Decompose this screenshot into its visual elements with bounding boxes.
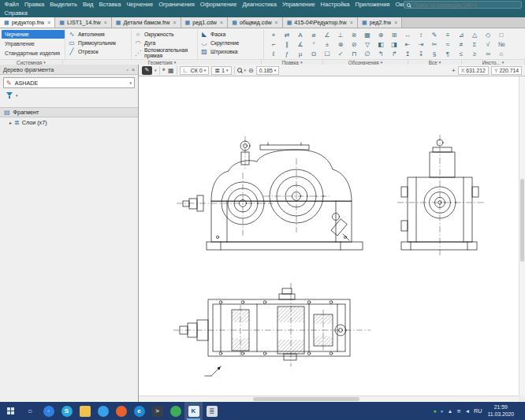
- chevron-down-icon[interactable]: ▾: [16, 93, 18, 98]
- ribbon-icon[interactable]: ¶: [441, 50, 454, 58]
- vertical-scrollbar[interactable]: [519, 76, 525, 396]
- scrollbar-thumb[interactable]: [520, 179, 524, 262]
- taskbar-app[interactable]: [76, 402, 94, 420]
- clock[interactable]: 21:59 11.03.2020: [486, 404, 516, 417]
- tree-root-fragment[interactable]: ▤ Фрагмент: [0, 107, 138, 117]
- taskbar-app[interactable]: [112, 402, 130, 420]
- panel-options-icon[interactable]: ▫: [126, 67, 128, 72]
- tab-close-icon[interactable]: ×: [173, 20, 177, 25]
- ribbon-tool[interactable]: ▭Прямоугольник: [68, 39, 129, 47]
- taskbar-app[interactable]: S: [58, 402, 76, 420]
- ribbon-icon[interactable]: ⊥: [334, 31, 347, 39]
- taskbar-search-button[interactable]: ○: [20, 402, 39, 420]
- ribbon-icon[interactable]: ◇: [482, 31, 494, 39]
- ribbon-icon[interactable]: ƒ: [281, 50, 293, 58]
- ribbon-icon[interactable]: ∞: [482, 50, 494, 58]
- drawing-canvas[interactable]: [139, 76, 525, 402]
- panel-close-icon[interactable]: ×: [132, 67, 135, 72]
- ribbon-tool[interactable]: ○Окружность: [134, 31, 195, 39]
- ribbon-mode-tab[interactable]: Черчение: [2, 30, 65, 39]
- style-combo[interactable]: ✎ ASHADE ▾: [3, 77, 135, 88]
- ribbon-icon[interactable]: ⌐: [267, 40, 280, 49]
- document-tab[interactable]: ▦LIST1_14.frw×: [55, 17, 111, 28]
- ribbon-icon[interactable]: A: [294, 31, 307, 39]
- document-tab[interactable]: ▦редуктор.frw×: [0, 17, 55, 28]
- document-tab[interactable]: ▦Детали бамсм.frw×: [112, 17, 181, 28]
- scrollbar-thumb[interactable]: [253, 397, 359, 401]
- ribbon-icon[interactable]: ≤: [455, 50, 467, 58]
- ribbon-icon[interactable]: ⌀: [307, 31, 320, 39]
- tab-close-icon[interactable]: ×: [103, 20, 107, 25]
- ribbon-icon[interactable]: ≥: [468, 50, 481, 58]
- ribbon-icon[interactable]: Σ: [468, 40, 481, 49]
- ribbon-mode-tab[interactable]: Управление: [2, 39, 65, 48]
- hidden-icons-icon[interactable]: ▲: [448, 408, 452, 414]
- ribbon-icon[interactable]: ✂: [428, 40, 441, 49]
- ribbon-icon[interactable]: ✓: [334, 50, 347, 58]
- start-button[interactable]: [0, 402, 20, 420]
- ribbon-icon[interactable]: ∡: [294, 40, 307, 49]
- zoom-value-field[interactable]: 0.185 ▾: [256, 66, 280, 75]
- ribbon-icon[interactable]: ▽: [361, 40, 374, 49]
- ribbon-icon[interactable]: ↧: [415, 50, 427, 58]
- tab-close-icon[interactable]: ×: [47, 20, 50, 25]
- y-coordinate-field[interactable]: Y 220.714: [491, 66, 522, 75]
- taskbar-app[interactable]: K: [184, 402, 203, 420]
- layer-select[interactable]: ≣ 1 ▾: [211, 66, 231, 75]
- ribbon-icon[interactable]: ⇄: [281, 31, 293, 39]
- zoom-out-icon[interactable]: ⊖: [248, 67, 254, 74]
- ribbon-tool[interactable]: ∿Автолиния: [68, 31, 129, 39]
- tray-app-green-icon[interactable]: ●: [434, 408, 437, 414]
- ribbon-tool[interactable]: ╱Отрезок: [68, 48, 129, 56]
- taskbar-app[interactable]: [166, 402, 184, 420]
- menu-item[interactable]: Вставка: [96, 0, 124, 9]
- horizontal-scrollbar[interactable]: [139, 396, 519, 402]
- menu-item[interactable]: Управление: [279, 0, 318, 9]
- ribbon-icon[interactable]: ⊗: [334, 40, 347, 49]
- ribbon-icon[interactable]: ∠: [321, 31, 333, 39]
- language-indicator[interactable]: RU: [474, 407, 482, 414]
- taskbar-app[interactable]: ◦: [39, 402, 58, 420]
- ribbon-icon[interactable]: ⊘: [348, 40, 360, 49]
- taskbar-app[interactable]: >: [148, 402, 166, 420]
- ribbon-icon[interactable]: °: [307, 40, 320, 49]
- menu-item[interactable]: Оформление: [197, 0, 240, 9]
- ribbon-tool[interactable]: ⋰Вспомогательная прямая: [134, 48, 195, 59]
- ribbon-icon[interactable]: ◨: [388, 40, 400, 49]
- ribbon-icon[interactable]: ∅: [361, 50, 374, 58]
- ribbon-tool[interactable]: ◡Скругление: [200, 39, 262, 47]
- ribbon-icon[interactable]: ✎: [428, 31, 441, 39]
- ribbon-icon[interactable]: ↥: [401, 50, 414, 58]
- ribbon-icon[interactable]: □: [495, 31, 508, 39]
- tree-item-layers[interactable]: ▸ ≣ Слои (x7): [0, 117, 138, 127]
- zoom-icon[interactable]: [237, 68, 242, 72]
- ribbon-icon[interactable]: ≠: [455, 40, 467, 49]
- ribbon-icon[interactable]: √: [482, 40, 494, 49]
- filter-icon[interactable]: [6, 92, 13, 98]
- ribbon-icon[interactable]: ↰: [374, 50, 387, 58]
- search-input[interactable]: [413, 2, 519, 8]
- volume-icon[interactable]: ◄: [465, 408, 470, 414]
- ribbon-icon[interactable]: ↱: [388, 50, 400, 58]
- tray-app-blue-icon[interactable]: ●: [441, 408, 444, 414]
- tab-close-icon[interactable]: ×: [219, 20, 223, 25]
- menu-item[interactable]: Черчение: [124, 0, 156, 9]
- snap-icon[interactable]: ⌖: [162, 66, 166, 74]
- ribbon-icon[interactable]: ▦: [361, 31, 374, 39]
- ribbon-icon[interactable]: ≈: [441, 40, 454, 49]
- ribbon-icon[interactable]: Ω: [307, 50, 320, 58]
- document-tab[interactable]: ▦ред2.frw×: [358, 17, 402, 28]
- ribbon-icon[interactable]: ☐: [321, 50, 333, 58]
- taskbar-app[interactable]: [94, 402, 112, 420]
- taskbar-app[interactable]: e: [130, 402, 148, 420]
- ribbon-icon[interactable]: ⊕: [374, 31, 387, 39]
- ribbon-icon[interactable]: ↔: [401, 31, 414, 39]
- document-tab[interactable]: ▦ред1.cdw×: [181, 17, 229, 28]
- menu-item[interactable]: Приложения: [352, 0, 393, 9]
- ribbon-tool[interactable]: ◣Фаска: [200, 31, 262, 39]
- ribbon-icon[interactable]: ℓ: [267, 50, 280, 58]
- ribbon-icon[interactable]: µ: [294, 50, 307, 58]
- ribbon-tool[interactable]: ◠Дуга: [134, 39, 195, 47]
- ribbon-icon[interactable]: ⊓: [348, 50, 360, 58]
- ribbon-icon[interactable]: №: [495, 40, 508, 49]
